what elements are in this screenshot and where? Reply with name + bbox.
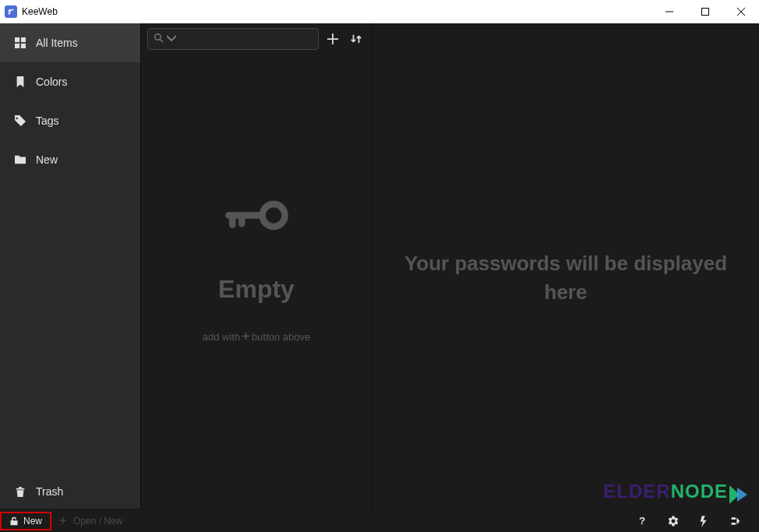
sidebar-item-all-items[interactable]: All Items [0, 23, 140, 62]
footer-db-label: New [23, 516, 42, 527]
svg-rect-1 [15, 37, 19, 42]
help-button[interactable]: ? [627, 509, 658, 533]
sidebar-item-label: All Items [36, 37, 78, 49]
add-entry-button[interactable] [323, 30, 342, 48]
sidebar: All Items Colors Tags New Trash [0, 23, 140, 532]
sidebar-item-label: Colors [36, 76, 67, 88]
grid-icon [14, 37, 26, 49]
settings-button[interactable] [658, 509, 689, 533]
logo-triangles-icon [729, 485, 750, 504]
sidebar-item-label: New [36, 153, 58, 166]
key-icon [224, 182, 290, 252]
window-titlebar: KeeWeb [0, 0, 759, 23]
app-body: All Items Colors Tags New Trash [0, 23, 759, 532]
app-icon [5, 5, 17, 18]
watermark-logo: ELDERNODE [603, 481, 750, 504]
search-icon [154, 32, 164, 46]
unlock-icon [9, 516, 19, 526]
search-input-wrapper[interactable] [147, 28, 319, 50]
chevron-down-icon[interactable] [167, 32, 176, 46]
sidebar-item-colors[interactable]: Colors [0, 62, 140, 101]
trash-icon [14, 485, 26, 498]
footer-left: New Open / New [0, 512, 130, 530]
bookmark-icon [14, 76, 26, 88]
svg-rect-2 [21, 37, 26, 42]
footer-db-button[interactable]: New [0, 512, 51, 530]
footer-actions: ? [627, 509, 759, 533]
sort-button[interactable] [347, 30, 365, 48]
svg-rect-0 [702, 9, 709, 16]
list-toolbar [141, 23, 372, 55]
svg-point-5 [155, 34, 161, 41]
empty-list-state: Empty add with button above [141, 55, 372, 532]
folder-icon [14, 153, 26, 166]
lock-button[interactable] [720, 509, 751, 533]
detail-placeholder: Your passwords will be displayed here [372, 249, 759, 306]
tag-icon [14, 115, 26, 127]
minimize-button[interactable] [651, 0, 687, 23]
maximize-button[interactable] [687, 0, 723, 23]
app-footer: New Open / New ? [0, 509, 759, 532]
close-button[interactable] [723, 0, 759, 23]
svg-rect-4 [21, 44, 26, 48]
sidebar-item-trash[interactable]: Trash [0, 474, 140, 509]
sidebar-item-new-folder[interactable]: New [0, 140, 140, 179]
window-title: KeeWeb [22, 6, 58, 17]
svg-text:?: ? [639, 515, 645, 527]
generate-button[interactable] [689, 509, 720, 533]
empty-hint: add with button above [203, 331, 311, 343]
footer-open-button[interactable]: Open / New [51, 516, 130, 527]
sidebar-item-label: Trash [36, 485, 63, 498]
plus-icon [59, 516, 69, 526]
empty-title: Empty [218, 275, 295, 304]
svg-rect-3 [15, 44, 19, 48]
detail-panel: Your passwords will be displayed here EL… [372, 23, 759, 532]
footer-open-label: Open / New [73, 516, 122, 527]
entry-list-panel: Empty add with button above [140, 23, 372, 532]
sidebar-item-tags[interactable]: Tags [0, 101, 140, 140]
sidebar-item-label: Tags [36, 115, 59, 127]
search-input[interactable] [181, 33, 312, 45]
plus-icon [242, 331, 250, 343]
